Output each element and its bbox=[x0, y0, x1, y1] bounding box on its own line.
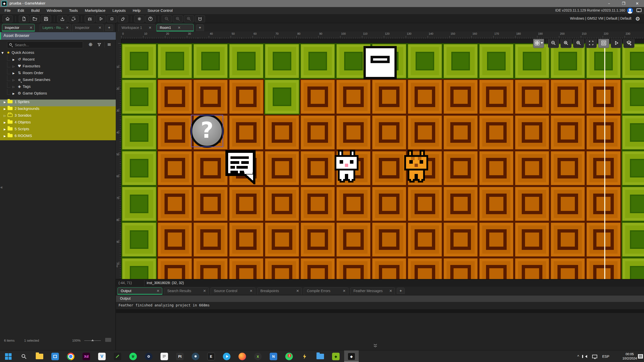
tree-item-recent[interactable]: ▶↺Recent bbox=[0, 57, 116, 64]
clock[interactable]: 00:05 10/2/2024 bbox=[622, 352, 637, 360]
add-workspace-tab-button[interactable]: + bbox=[196, 24, 204, 31]
output-scrollbar[interactable] bbox=[116, 309, 644, 313]
fit-window-button[interactable] bbox=[195, 15, 205, 22]
close-tab-icon[interactable]: ✕ bbox=[250, 289, 253, 293]
collapse-output-icon[interactable] bbox=[373, 344, 378, 348]
clean-button[interactable] bbox=[118, 15, 128, 22]
taskbar-app-steam[interactable] bbox=[141, 350, 156, 362]
stop-button[interactable] bbox=[107, 15, 117, 22]
close-tab-icon[interactable]: ✕ bbox=[98, 26, 101, 30]
taskbar-app-epic-games[interactable]: E bbox=[204, 350, 218, 362]
panel-tab-inspector[interactable]: Inspector✕ bbox=[72, 24, 104, 31]
tree-item-saved-searches[interactable]: ▷Saved Searches bbox=[0, 77, 116, 84]
output-tab-search-results[interactable]: Search Results✕ bbox=[164, 287, 209, 295]
close-tab-icon[interactable]: ✕ bbox=[66, 26, 69, 30]
taskbar-app-notes-app[interactable]: N bbox=[266, 350, 281, 362]
show-borders-button[interactable] bbox=[598, 39, 609, 48]
debug-button[interactable] bbox=[85, 15, 95, 22]
workspace-tab-room1[interactable]: Room1✕ bbox=[156, 24, 194, 31]
sprite-sign[interactable] bbox=[364, 46, 397, 79]
taskbar-app-gamemaker-active[interactable]: ◆ bbox=[344, 350, 359, 362]
caret-right-icon[interactable]: ▷ bbox=[2, 114, 8, 117]
menu-source-control[interactable]: Source Control bbox=[144, 7, 176, 14]
browser-menu-icon[interactable]: ≡ bbox=[107, 41, 111, 47]
minimize-button[interactable]: – bbox=[603, 0, 615, 7]
taskbar-app-store[interactable] bbox=[48, 350, 62, 362]
collapse-panel-icon[interactable]: « bbox=[0, 185, 3, 190]
taskbar-app-file-explorer[interactable] bbox=[32, 350, 47, 362]
output-tab-breakpoints[interactable]: Breakpoints✕ bbox=[257, 287, 302, 295]
caret-right-icon[interactable]: ▶ bbox=[2, 121, 8, 124]
layers-button[interactable] bbox=[623, 39, 634, 48]
output-tab-source-control[interactable]: Source Control✕ bbox=[211, 287, 255, 295]
add-output-tab-button[interactable]: + bbox=[397, 288, 405, 294]
taskbar-app-files-app[interactable] bbox=[313, 350, 328, 362]
chat-icon[interactable] bbox=[636, 8, 641, 12]
search-input[interactable]: Search... bbox=[7, 41, 83, 48]
export-button[interactable] bbox=[68, 15, 78, 22]
home-button[interactable] bbox=[3, 15, 13, 22]
tree-item-game-options[interactable]: ▶⚙Game Options bbox=[0, 91, 116, 98]
caret-down-icon[interactable]: ▼ bbox=[0, 51, 5, 55]
output-tab-output[interactable]: Output✕ bbox=[117, 287, 162, 295]
caret-right-icon[interactable]: ▶ bbox=[2, 107, 8, 111]
fullscreen-button[interactable] bbox=[586, 39, 597, 48]
tree-item-favourites[interactable]: ▷♥Favourites bbox=[0, 64, 116, 71]
room-canvas[interactable]: ? bbox=[121, 39, 644, 279]
menu-build[interactable]: Build bbox=[28, 7, 43, 14]
folder-item-6-rooms[interactable]: ▶6 ROOMS bbox=[0, 133, 116, 140]
panel-tab-inspector[interactable]: Inspector✕ bbox=[2, 24, 35, 31]
tray-chevron-icon[interactable]: ^ bbox=[577, 350, 579, 362]
output-tab-compile-errors[interactable]: Compile Errors✕ bbox=[304, 287, 348, 295]
taskbar-app-search[interactable] bbox=[17, 350, 31, 362]
settings-button[interactable] bbox=[134, 15, 144, 22]
taskbar-app-pen-app[interactable] bbox=[110, 350, 125, 362]
taskbar-app-utility-app[interactable] bbox=[297, 350, 312, 362]
menu-help[interactable]: Help bbox=[129, 7, 144, 14]
taskbar-app-start[interactable] bbox=[1, 350, 16, 362]
room-zoom-in-button[interactable] bbox=[573, 39, 584, 48]
zoom-reset-button[interactable] bbox=[173, 15, 183, 22]
caret-right-icon[interactable]: ▷ bbox=[11, 78, 16, 82]
close-tab-icon[interactable]: ✕ bbox=[178, 26, 181, 30]
folder-item-4-objetos[interactable]: ▶4 Objetos bbox=[0, 120, 116, 127]
grid-toggle-button[interactable] bbox=[533, 39, 544, 48]
taskbar-app-steam-library[interactable] bbox=[188, 350, 203, 362]
menu-tools[interactable]: Tools bbox=[65, 7, 81, 14]
taskbar-app-chat-app[interactable] bbox=[157, 350, 172, 362]
sprite-speech-bubble[interactable] bbox=[225, 150, 260, 184]
notification-center-icon[interactable] bbox=[638, 350, 643, 362]
volume-icon[interactable] bbox=[585, 350, 587, 362]
slider-thumb[interactable] bbox=[91, 339, 94, 341]
filter-icon[interactable] bbox=[97, 42, 101, 48]
menu-marketplace[interactable]: Marketplace bbox=[81, 7, 109, 14]
network-icon[interactable] bbox=[592, 350, 597, 362]
close-tab-icon[interactable]: ✕ bbox=[343, 289, 346, 293]
grid-dropdown-caret[interactable] bbox=[541, 42, 543, 44]
language-indicator[interactable]: ESP bbox=[602, 350, 609, 362]
panel-zoom-slider[interactable] bbox=[84, 340, 101, 341]
menu-layouts[interactable]: Layouts bbox=[109, 7, 129, 14]
caret-right-icon[interactable]: ▶ bbox=[11, 92, 16, 95]
tree-item-quick-access[interactable]: ▼★Quick Access bbox=[0, 50, 116, 57]
close-tab-icon[interactable]: ✕ bbox=[296, 289, 299, 293]
taskbar-app-vscode[interactable]: V bbox=[95, 350, 109, 362]
close-tab-icon[interactable]: ✕ bbox=[156, 289, 159, 293]
tree-item-tags[interactable]: ▷◈Tags bbox=[0, 84, 116, 91]
room-zoom-reset-button[interactable] bbox=[560, 39, 572, 48]
add-panel-tab-button[interactable]: + bbox=[105, 24, 113, 31]
folder-item-3-sonidos[interactable]: ▷3 Sonidos bbox=[0, 113, 116, 120]
workspace-tab-workspace-1[interactable]: Workspace 1✕ bbox=[118, 24, 155, 31]
open-project-button[interactable] bbox=[30, 15, 40, 22]
close-tab-icon[interactable]: ✕ bbox=[29, 26, 32, 30]
sprite-cat-orange[interactable] bbox=[403, 150, 430, 183]
close-tab-icon[interactable]: ✕ bbox=[203, 289, 206, 293]
caret-right-icon[interactable]: ▶ bbox=[2, 101, 8, 104]
run-button[interactable] bbox=[96, 15, 106, 22]
taskbar-app-gamemaker-green[interactable]: ◆ bbox=[329, 350, 343, 362]
menu-edit[interactable]: Edit bbox=[14, 7, 28, 14]
maximize-button[interactable]: ❐ bbox=[618, 0, 629, 7]
folder-item-2-backgrounds[interactable]: ▶2 backgrounds bbox=[0, 106, 116, 113]
help-button[interactable] bbox=[145, 15, 155, 22]
menu-windows[interactable]: Windows bbox=[43, 7, 65, 14]
